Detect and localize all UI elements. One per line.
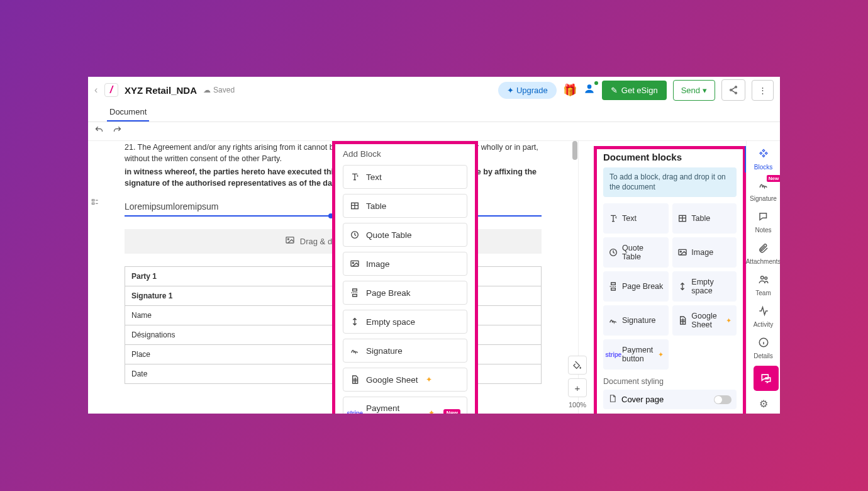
block-tile-page-break[interactable]: Page Break xyxy=(603,271,669,302)
menu-edge-icon: ‹ xyxy=(94,84,98,96)
block-tile-image[interactable]: Image xyxy=(672,237,737,268)
app-logo-icon[interactable]: / xyxy=(104,83,118,97)
chat-fab[interactable] xyxy=(754,366,779,391)
share-button[interactable] xyxy=(721,79,745,101)
app-window: ‹ / XYZ Retail_NDA ☁ Saved ✦ Upgrade 🎁 ✎… xyxy=(88,77,780,414)
add-block-item-signature[interactable]: Signature xyxy=(343,339,467,363)
table-cell[interactable] xyxy=(475,364,541,384)
block-tile-signature[interactable]: Signature xyxy=(603,305,669,336)
svg-point-17 xyxy=(764,277,767,279)
svg-point-1 xyxy=(735,86,737,88)
add-block-item-empty-space[interactable]: Empty space xyxy=(343,310,467,334)
saved-label: Saved xyxy=(213,86,235,94)
block-item-label: Empty space xyxy=(366,317,415,327)
block-item-label: Image xyxy=(366,259,390,269)
table-cell[interactable] xyxy=(475,325,541,345)
rail-item-label: Blocks xyxy=(754,164,772,171)
rail-item-blocks[interactable]: Blocks xyxy=(745,144,780,175)
zoom-percent: 100% xyxy=(569,401,586,409)
block-tile-google-sheet[interactable]: Google Sheet✦ xyxy=(672,305,737,336)
add-block-item-image[interactable]: Image xyxy=(343,252,467,276)
sparkle-icon: ✦ xyxy=(426,375,432,384)
right-rail: BlocksNewSignatureNotesAttachmentsTeamAc… xyxy=(746,141,780,414)
send-label: Send xyxy=(681,86,700,95)
send-button[interactable]: Send ▾ xyxy=(673,80,715,101)
new-badge: New xyxy=(443,409,460,414)
image-icon xyxy=(677,247,687,257)
block-tile-label: Google Sheet xyxy=(691,312,721,329)
notes-icon xyxy=(758,211,769,225)
add-block-item-quote-table[interactable]: Quote Table xyxy=(343,223,467,247)
blocks-panel: Document blocks To add a block, drag and… xyxy=(594,141,746,414)
table-cell[interactable] xyxy=(475,286,541,306)
block-item-label: Payment button xyxy=(366,404,421,414)
block-handle-icon[interactable] xyxy=(91,198,99,209)
fill-color-button[interactable] xyxy=(568,356,587,375)
svg-point-11 xyxy=(352,262,353,264)
attachments-icon xyxy=(758,242,769,256)
add-block-item-table[interactable]: Table xyxy=(343,194,467,218)
activity-icon xyxy=(758,305,769,319)
block-item-label: Table xyxy=(366,201,386,211)
table-cell[interactable] xyxy=(475,345,541,364)
svg-point-16 xyxy=(760,276,764,279)
details-icon xyxy=(758,337,769,351)
block-tile-text[interactable]: Text xyxy=(603,203,669,234)
more-menu-button[interactable]: ⋮ xyxy=(752,80,774,101)
cover-page-toggle[interactable] xyxy=(714,395,732,404)
rail-item-notes[interactable]: Notes xyxy=(745,206,780,238)
stripe-icon: stripe xyxy=(350,410,360,414)
svg-rect-5 xyxy=(92,203,94,204)
add-block-item-payment-button[interactable]: stripePayment button✦New xyxy=(343,397,467,414)
tab-row: Document xyxy=(88,103,780,122)
upgrade-button[interactable]: ✦ Upgrade xyxy=(498,82,557,99)
cover-page-row[interactable]: Cover page xyxy=(603,390,737,409)
document-title[interactable]: XYZ Retail_NDA xyxy=(125,85,197,96)
get-esign-button[interactable]: ✎ Get eSign xyxy=(602,81,667,100)
svg-point-0 xyxy=(587,84,591,89)
sheet-icon xyxy=(677,315,687,325)
block-tile-empty-space[interactable]: Empty space xyxy=(672,271,737,302)
block-tile-label: Payment button xyxy=(622,346,653,363)
document-styling-title: Document styling xyxy=(603,377,737,386)
rail-item-details[interactable]: Details xyxy=(745,332,780,364)
block-item-label: Page Break xyxy=(366,288,411,298)
table-cell[interactable] xyxy=(475,306,541,325)
block-tile-quote-table[interactable]: Quote Table xyxy=(603,237,669,268)
block-tile-label: Text xyxy=(622,214,637,223)
block-tile-payment-button[interactable]: stripePayment button✦ xyxy=(603,339,669,370)
settings-icon[interactable]: ⚙ xyxy=(759,398,768,410)
saved-status: ☁ Saved xyxy=(203,86,235,94)
rail-item-label: Team xyxy=(755,290,771,296)
chevron-down-icon: ▾ xyxy=(703,86,707,95)
zoom-add-button[interactable]: + xyxy=(568,378,587,397)
topbar: ‹ / XYZ Retail_NDA ☁ Saved ✦ Upgrade 🎁 ✎… xyxy=(88,77,780,103)
add-block-item-text[interactable]: Text xyxy=(343,165,467,189)
pagebreak-icon xyxy=(350,288,360,298)
tab-document[interactable]: Document xyxy=(107,103,149,121)
block-tile-label: Empty space xyxy=(691,278,732,295)
block-tile-table[interactable]: Table xyxy=(672,203,737,234)
svg-point-2 xyxy=(730,89,732,91)
table-cell[interactable] xyxy=(475,267,541,286)
rail-item-label: Notes xyxy=(755,227,771,234)
svg-point-3 xyxy=(735,92,737,94)
new-badge: New xyxy=(767,175,780,182)
rail-item-signature[interactable]: NewSignature xyxy=(745,175,780,206)
stripe-icon: stripe xyxy=(608,349,618,359)
rail-item-team[interactable]: Team xyxy=(745,269,780,301)
add-block-item-page-break[interactable]: Page Break xyxy=(343,281,467,305)
block-item-label: Google Sheet xyxy=(366,375,418,385)
gift-icon[interactable]: 🎁 xyxy=(563,83,577,97)
zoom-controls: + 100% xyxy=(564,356,591,409)
esign-label: Get eSign xyxy=(621,86,658,95)
rail-item-activity[interactable]: Activity xyxy=(745,301,780,332)
image-icon xyxy=(350,259,360,269)
account-icon[interactable] xyxy=(583,82,596,98)
redo-button[interactable] xyxy=(113,125,122,137)
undo-button[interactable] xyxy=(94,125,104,137)
add-block-item-google-sheet[interactable]: Google Sheet✦ xyxy=(343,368,467,392)
rail-item-attachments[interactable]: Attachments xyxy=(745,238,780,269)
main-area: 21. The Agreement and/or any rights aris… xyxy=(88,141,780,414)
svg-point-15 xyxy=(681,251,682,252)
